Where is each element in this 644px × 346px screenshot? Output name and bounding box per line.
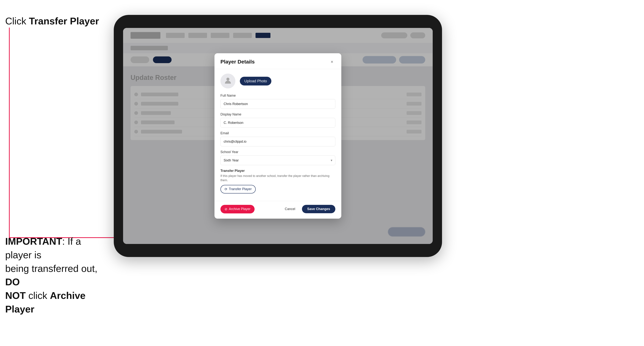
instruction-bold: Transfer Player [29, 16, 99, 26]
email-label: Email [220, 131, 335, 135]
tablet-screen: Update Roster [123, 28, 433, 244]
cancel-button[interactable]: Cancel [281, 205, 299, 213]
transfer-section: Transfer Player If this player has moved… [220, 169, 335, 193]
email-field: Email [220, 131, 335, 146]
modal-close-button[interactable]: × [328, 58, 335, 65]
bottom-text-1: : If a player isbeing transferred out, D… [5, 236, 97, 315]
modal-header: Player Details × [214, 53, 341, 69]
modal-body: Upload Photo Full Name Display Name [214, 69, 341, 201]
email-input[interactable] [220, 137, 335, 146]
tablet-device: Update Roster [114, 15, 442, 257]
user-icon [224, 77, 232, 86]
full-name-label: Full Name [220, 94, 335, 98]
arrow-vertical [9, 27, 10, 238]
full-name-input[interactable] [220, 99, 335, 109]
school-year-select-wrapper: First Year Second Year Third Year Fourth… [220, 156, 335, 165]
modal-overlay: Player Details × [123, 28, 433, 244]
archive-player-button[interactable]: ⊘ Archive Player [220, 205, 254, 213]
transfer-btn-label: Transfer Player [229, 187, 252, 191]
avatar-section: Upload Photo [220, 74, 335, 88]
school-year-select[interactable]: First Year Second Year Third Year Fourth… [220, 156, 335, 165]
instruction-prefix: Click [5, 16, 29, 26]
transfer-section-description: If this player has moved to another scho… [220, 174, 335, 182]
transfer-player-button[interactable]: ⟳ Transfer Player [220, 185, 256, 193]
save-changes-button[interactable]: Save Changes [302, 205, 335, 213]
modal-footer: ⊘ Archive Player Cancel Save Changes [214, 201, 341, 219]
display-name-input[interactable] [220, 118, 335, 128]
display-name-label: Display Name [220, 113, 335, 116]
player-details-modal: Player Details × [214, 53, 341, 219]
top-instruction: Click Transfer Player [5, 15, 99, 27]
modal-title: Player Details [220, 59, 255, 65]
full-name-field: Full Name [220, 94, 335, 109]
transfer-icon: ⟳ [224, 187, 227, 191]
school-year-label: School Year [220, 150, 335, 154]
archive-icon: ⊘ [224, 207, 227, 211]
transfer-section-title: Transfer Player [220, 169, 335, 173]
important-label: IMPORTANT [5, 236, 62, 247]
school-year-field: School Year First Year Second Year Third… [220, 150, 335, 165]
archive-btn-label: Archive Player [229, 207, 250, 211]
do-not-bold: DONOT [5, 277, 26, 301]
upload-photo-button[interactable]: Upload Photo [240, 77, 271, 85]
bottom-instruction: IMPORTANT: If a player isbeing transferr… [5, 235, 110, 316]
display-name-field: Display Name [220, 113, 335, 128]
avatar [220, 74, 235, 88]
svg-point-0 [226, 78, 230, 81]
